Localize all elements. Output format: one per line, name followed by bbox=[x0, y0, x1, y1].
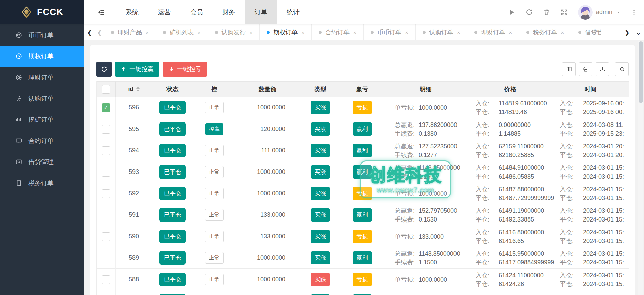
kv-line: 平仓:2024-03-01 15: bbox=[560, 172, 624, 181]
sidebar-item-币币订单[interactable]: 币币订单 bbox=[0, 24, 84, 46]
row-checkbox[interactable] bbox=[102, 189, 110, 198]
export-icon[interactable] bbox=[596, 62, 609, 76]
user-menu[interactable]: admin bbox=[578, 5, 621, 20]
vertical-scrollbar[interactable] bbox=[638, 41, 643, 295]
control-button[interactable]: 正常 bbox=[205, 274, 224, 285]
refresh-table-button[interactable] bbox=[96, 62, 112, 77]
tab-close-icon[interactable]: × bbox=[509, 30, 512, 35]
row-checkbox[interactable] bbox=[102, 103, 110, 112]
tab-label: 理财订单 bbox=[481, 28, 505, 36]
row-checkbox[interactable] bbox=[102, 275, 110, 284]
nav-item-订单[interactable]: 订单 bbox=[245, 0, 277, 24]
control-button[interactable]: 正常 bbox=[205, 231, 224, 242]
sidebar-item-挖矿订单[interactable]: 挖矿订单 bbox=[0, 109, 84, 130]
control-button[interactable]: 正常 bbox=[205, 209, 224, 221]
control-button[interactable]: 正常 bbox=[205, 145, 224, 156]
force-lose-button[interactable]: 一键控亏 bbox=[163, 62, 207, 77]
cell-type: 买涨 bbox=[300, 140, 341, 161]
tab-close-icon[interactable]: × bbox=[198, 30, 201, 35]
kv-value: 62160.25885 bbox=[499, 151, 534, 159]
row-checkbox[interactable] bbox=[102, 254, 110, 262]
play-icon[interactable] bbox=[508, 9, 515, 16]
tab-close-icon[interactable]: × bbox=[405, 30, 408, 35]
nav-item-会员[interactable]: 会员 bbox=[180, 0, 213, 24]
control-button[interactable]: 正常 bbox=[205, 102, 224, 113]
table-body: 596已平仓正常1000.0000买涨亏损单亏损:1000.0000入仓:114… bbox=[97, 97, 629, 295]
kv-value: 137.86200000 bbox=[419, 120, 457, 129]
kv-line: 平仓:2025-09-16 00: bbox=[560, 108, 624, 116]
cell-checkbox bbox=[97, 247, 116, 269]
control-button[interactable]: 控赢 bbox=[205, 123, 223, 135]
more-vertical-icon[interactable] bbox=[631, 9, 637, 16]
tab-认购发行[interactable]: 认购发行× bbox=[208, 24, 260, 40]
kv-label: 手续费: bbox=[395, 172, 415, 181]
desktop-icon bbox=[15, 137, 22, 144]
row-checkbox[interactable] bbox=[102, 232, 110, 241]
tab-close-icon[interactable]: × bbox=[457, 30, 460, 35]
cell-status: 已平仓 bbox=[152, 247, 193, 269]
tab-币币订单[interactable]: 币币订单× bbox=[364, 24, 416, 40]
sort-icon[interactable] bbox=[136, 87, 140, 92]
tab-理财订单[interactable]: 理财订单× bbox=[467, 24, 519, 40]
kv-value: 61424.11000000 bbox=[499, 271, 544, 280]
nav-item-运营[interactable]: 运营 bbox=[148, 0, 180, 24]
tabs-menu-icon[interactable]: ⌄ bbox=[633, 24, 644, 40]
row-checkbox[interactable] bbox=[102, 146, 110, 155]
tab-税务订单[interactable]: 税务订单× bbox=[519, 24, 571, 40]
refresh-icon[interactable] bbox=[525, 8, 533, 16]
sidebar-item-税务订单[interactable]: 税务订单 bbox=[0, 173, 84, 194]
print-icon[interactable] bbox=[579, 62, 592, 76]
kv-label: 平仓: bbox=[476, 258, 494, 267]
row-checkbox[interactable] bbox=[102, 211, 110, 219]
cell-amount: 1000.0000 bbox=[235, 97, 300, 118]
tab-认购订单[interactable]: 认购订单× bbox=[416, 24, 468, 40]
column-header-id: id bbox=[116, 81, 152, 97]
tab-close-icon[interactable]: × bbox=[561, 30, 564, 35]
trash-icon[interactable] bbox=[543, 9, 550, 16]
kv-label: 入仓: bbox=[476, 163, 494, 172]
scrollbar-thumb[interactable] bbox=[639, 41, 643, 103]
tabs-scroll-right-icon[interactable]: ❯ bbox=[621, 24, 633, 40]
row-checkbox[interactable] bbox=[102, 168, 110, 177]
sidebar-item-借贷管理[interactable]: 借贷管理 bbox=[0, 151, 84, 173]
kv-label: 入仓: bbox=[476, 249, 494, 258]
control-button[interactable]: 正常 bbox=[205, 252, 224, 264]
tab-矿机列表[interactable]: 矿机列表× bbox=[156, 24, 208, 40]
tab-close-icon[interactable]: × bbox=[301, 30, 304, 35]
cell-time: 入仓:2024-03-01 15:平仓:2024-03-01 15: bbox=[552, 269, 629, 290]
tab-借贷管理[interactable]: 借贷管理× bbox=[571, 24, 601, 40]
tab-期权订单[interactable]: 期权订单× bbox=[260, 24, 312, 40]
nav-item-统计[interactable]: 统计 bbox=[277, 0, 309, 24]
columns-filter-icon[interactable] bbox=[562, 62, 576, 76]
select-all-checkbox[interactable] bbox=[102, 85, 110, 94]
kv-line: 平仓:61487.72999999999 bbox=[476, 194, 554, 202]
kv-label: 总赢返: bbox=[395, 142, 415, 151]
fullscreen-icon[interactable] bbox=[560, 9, 568, 16]
tab-合约订单[interactable]: 合约订单× bbox=[312, 24, 364, 40]
search-icon[interactable] bbox=[615, 62, 629, 76]
control-button[interactable]: 正常 bbox=[205, 166, 224, 178]
tab-close-icon[interactable]: × bbox=[146, 30, 149, 35]
tabs-scroll-left-icon[interactable]: ❮ bbox=[84, 24, 95, 40]
row-checkbox[interactable] bbox=[102, 125, 110, 134]
force-win-button[interactable]: 一键控赢 bbox=[115, 62, 159, 77]
tab-close-icon[interactable]: × bbox=[250, 30, 253, 35]
nav-item-系统[interactable]: 系统 bbox=[116, 0, 148, 24]
cell-price: 入仓:61491.19000000平仓:61492.33885 bbox=[468, 204, 552, 226]
sidebar-item-认购订单[interactable]: 认购订单 bbox=[0, 88, 84, 109]
nav-item-财务[interactable]: 财务 bbox=[213, 0, 245, 24]
sidebar-item-理财订单[interactable]: 理财订单 bbox=[0, 67, 84, 88]
cell-status: 已平仓 bbox=[152, 204, 193, 226]
collapse-sidebar-icon[interactable] bbox=[97, 8, 105, 17]
kv-label: 平仓: bbox=[476, 108, 494, 116]
tab-理财产品[interactable]: 理财产品× bbox=[104, 24, 156, 40]
control-button[interactable]: 正常 bbox=[205, 188, 224, 199]
sidebar-item-合约订单[interactable]: 合约订单 bbox=[0, 130, 84, 151]
cell-status: 已平仓 bbox=[152, 269, 193, 290]
tab-close-icon[interactable]: × bbox=[353, 30, 356, 35]
tabs-scroll-left-secondary-icon[interactable]: ❮ bbox=[95, 24, 104, 40]
kv-label: 入仓: bbox=[560, 99, 579, 108]
sidebar-item-期权订单[interactable]: 期权订单 bbox=[0, 46, 84, 67]
kv-line: 入仓:61484.91000000 bbox=[476, 163, 544, 172]
kv-value: 133.0000 bbox=[419, 232, 444, 241]
